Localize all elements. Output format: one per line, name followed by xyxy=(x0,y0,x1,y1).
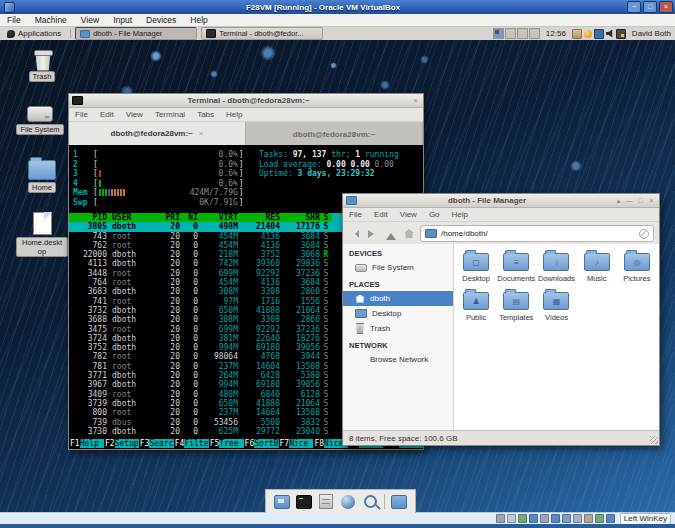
vbox-menu-help[interactable]: Help xyxy=(183,15,214,25)
column-header-user[interactable]: USER xyxy=(107,213,158,222)
resize-grip[interactable] xyxy=(650,436,658,444)
back-button[interactable] xyxy=(348,227,362,240)
hdd-icon[interactable] xyxy=(496,514,505,523)
terminal-titlebar[interactable]: Terminal - dboth@fedora28vm:~ × xyxy=(69,94,423,108)
vbox-menu-view[interactable]: View xyxy=(74,15,106,25)
applications-menu-button[interactable]: Applications xyxy=(2,28,66,39)
clipboard-icon[interactable] xyxy=(584,514,593,523)
column-header-pri[interactable]: PRI xyxy=(158,213,180,222)
file-public[interactable]: ♟Public xyxy=(456,287,496,322)
vbox-menu-devices[interactable]: Devices xyxy=(139,15,183,25)
terminal-menu-edit[interactable]: Edit xyxy=(94,110,120,119)
dock-app-finder-button[interactable] xyxy=(362,494,378,509)
up-button[interactable] xyxy=(384,227,398,240)
reload-icon[interactable] xyxy=(639,229,649,239)
desktop-icon-file-system[interactable]: File System xyxy=(14,106,66,135)
dock-folder-button[interactable] xyxy=(391,494,407,509)
sidebar-item-browse-network[interactable]: Browse Network xyxy=(343,352,453,367)
input-method-icon[interactable] xyxy=(616,29,626,39)
workspace-3[interactable] xyxy=(517,28,528,39)
fkey-f4[interactable]: F4 xyxy=(174,439,185,448)
fkey-f5[interactable]: F5 xyxy=(209,439,220,448)
fm-titlebar[interactable]: dboth - File Manager ▴ — □ × xyxy=(343,194,659,208)
fm-menu-help[interactable]: Help xyxy=(446,210,474,219)
desktop-icon-home-desktop[interactable]: Home.desktop xyxy=(16,212,68,257)
workspace-pager[interactable] xyxy=(493,28,540,39)
fkey-f2[interactable]: F2 xyxy=(104,439,115,448)
terminal-menu-terminal[interactable]: Terminal xyxy=(149,110,191,119)
terminal-close-button[interactable]: × xyxy=(411,95,420,106)
forward-button[interactable] xyxy=(366,227,380,240)
fkey-label-f2[interactable]: Setup xyxy=(115,439,139,448)
workspace-2[interactable] xyxy=(505,28,516,39)
desktop-icon-trash[interactable]: Trash xyxy=(16,50,68,82)
software-update-icon[interactable] xyxy=(584,30,592,38)
fkey-f1[interactable]: F1 xyxy=(69,439,80,448)
fm-menu-file[interactable]: File xyxy=(343,210,368,219)
fkey-f6[interactable]: F6 xyxy=(244,439,255,448)
fm-shade-button[interactable]: ▴ xyxy=(614,195,623,206)
terminal-menu-tabs[interactable]: Tabs xyxy=(191,110,220,119)
fkey-label-f4[interactable]: Filter xyxy=(184,439,208,448)
workspace-1[interactable] xyxy=(493,28,504,39)
vbox-maximize-button[interactable]: □ xyxy=(643,1,657,13)
clipboard-manager-icon[interactable] xyxy=(572,29,582,39)
terminal-menu-help[interactable]: Help xyxy=(220,110,248,119)
fkey-f3[interactable]: F3 xyxy=(139,439,150,448)
fkey-label-f3[interactable]: Search xyxy=(149,439,173,448)
home-button[interactable] xyxy=(402,227,416,240)
vbox-close-button[interactable]: × xyxy=(659,1,673,13)
recording-icon[interactable] xyxy=(573,514,582,523)
fm-maximize-button[interactable]: □ xyxy=(636,195,645,206)
fkey-label-f1[interactable]: Help xyxy=(80,439,104,448)
terminal-menu-file[interactable]: File xyxy=(69,110,94,119)
display-icon[interactable] xyxy=(562,514,571,523)
mouse-integration-icon[interactable] xyxy=(595,514,604,523)
dock-web-browser-button[interactable] xyxy=(340,494,356,509)
taskbar-button-1[interactable]: dboth - File Manager xyxy=(75,27,197,40)
dock-file-cabinet-button[interactable] xyxy=(318,494,334,509)
fm-close-button[interactable]: × xyxy=(647,195,656,206)
terminal-tab-1[interactable]: dboth@fedora28vm:~× xyxy=(69,122,246,147)
file-desktop[interactable]: ▢Desktop xyxy=(456,248,496,283)
file-downloads[interactable]: ↓Downloads xyxy=(536,248,576,283)
column-header-s[interactable]: S xyxy=(320,213,332,222)
desktop-icon-home[interactable]: Home xyxy=(16,160,68,193)
column-header-shr[interactable]: SHR xyxy=(280,213,320,222)
fm-menu-edit[interactable]: Edit xyxy=(368,210,394,219)
usb-icon[interactable] xyxy=(540,514,549,523)
path-bar[interactable]: /home/dboth/ xyxy=(420,225,654,242)
fkey-label-f7[interactable]: Nice - xyxy=(289,439,313,448)
file-documents[interactable]: ≡Documents xyxy=(496,248,536,283)
fkey-f8[interactable]: F8 xyxy=(313,439,324,448)
sidebar-item-desktop[interactable]: Desktop xyxy=(343,306,453,321)
volume-icon[interactable] xyxy=(606,30,614,38)
vbox-menu-machine[interactable]: Machine xyxy=(28,15,74,25)
user-menu[interactable]: David Both xyxy=(632,29,671,38)
workspace-4[interactable] xyxy=(529,28,540,39)
dock-terminal-launcher-button[interactable] xyxy=(296,494,312,509)
fkey-label-f5[interactable]: Tree xyxy=(219,439,243,448)
file-templates[interactable]: ▤Templates xyxy=(496,287,536,322)
fkey-f7[interactable]: F7 xyxy=(279,439,290,448)
fm-menu-go[interactable]: Go xyxy=(423,210,446,219)
tab-close-icon[interactable]: × xyxy=(199,129,204,138)
network-monitor-icon[interactable] xyxy=(594,29,604,39)
column-header-res[interactable]: RES xyxy=(238,213,280,222)
column-header-virt[interactable]: VIRT xyxy=(198,213,238,222)
file-videos[interactable]: ▦Videos xyxy=(536,287,576,322)
keyboard-icon[interactable] xyxy=(606,514,615,523)
dock-show-desktop-button[interactable] xyxy=(274,494,290,509)
terminal-menu-view[interactable]: View xyxy=(120,110,149,119)
sidebar-item-dboth[interactable]: dboth xyxy=(343,291,453,306)
file-pictures[interactable]: ◎Pictures xyxy=(617,248,657,283)
optical-disc-icon[interactable] xyxy=(507,514,516,523)
network-icon[interactable] xyxy=(529,514,538,523)
fkey-label-f6[interactable]: SortBy xyxy=(254,439,278,448)
audio-icon[interactable] xyxy=(518,514,527,523)
sidebar-item-trash[interactable]: Trash xyxy=(343,321,453,336)
vbox-minimize-button[interactable]: − xyxy=(627,1,641,13)
column-header-pid[interactable]: PID xyxy=(73,213,107,222)
fm-menu-view[interactable]: View xyxy=(394,210,423,219)
terminal-tab-2[interactable]: dboth@fedora28vm:~ xyxy=(246,122,423,147)
